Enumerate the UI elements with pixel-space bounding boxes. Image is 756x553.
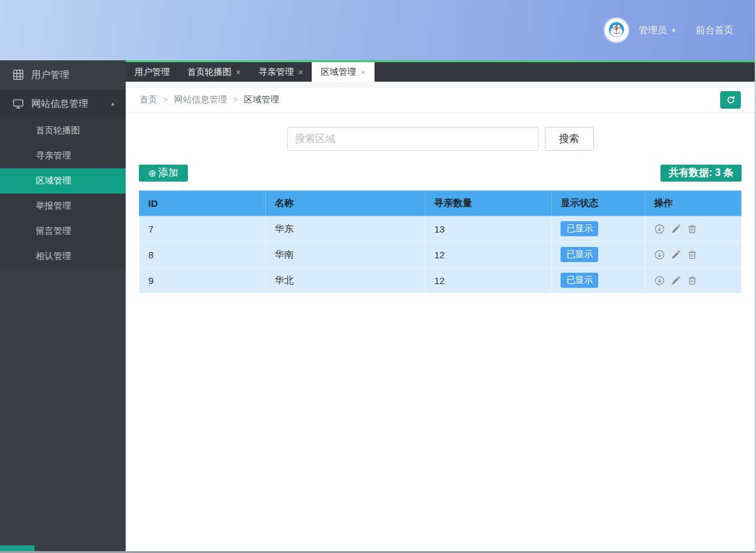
tab-label: 寻亲管理 [258, 67, 293, 78]
row-actions [654, 249, 741, 260]
main-area: 用户管理 首页轮播图 × 寻亲管理 × 区域管理 × 首页 [126, 60, 755, 551]
content-panel: 搜索 ⊕ 添加 共有数据: 3 条 ID [126, 113, 755, 551]
trash-icon[interactable] [687, 224, 698, 234]
cell-name: 华北 [266, 268, 425, 293]
close-icon[interactable]: × [360, 67, 365, 77]
circle-down-icon[interactable] [654, 249, 665, 260]
chevron-down-icon: ▼ [671, 27, 677, 34]
pencil-icon[interactable] [671, 275, 681, 286]
search-row: 搜索 [139, 127, 742, 151]
frontend-home-link[interactable]: 前台首页 [696, 25, 733, 36]
sidebar: 用户管理 网站信息管理 ▲ 首页轮播图 寻亲管理 [0, 60, 126, 551]
admin-dropdown[interactable]: 管理员 ▼ [638, 25, 677, 36]
submenu-label: 相认管理 [36, 251, 71, 262]
sidebar-item-label: 用户管理 [31, 69, 69, 81]
column-header-status: 显示状态 [552, 191, 645, 216]
close-icon[interactable]: × [298, 67, 303, 77]
row-actions [654, 275, 741, 286]
breadcrumb-home[interactable]: 首页 [140, 94, 157, 106]
admin-label: 管理员 [638, 25, 667, 36]
breadcrumb-bar: 首页 > 网站信息管理 > 区域管理 [126, 87, 755, 113]
trash-icon[interactable] [687, 275, 698, 286]
circle-down-icon[interactable] [654, 224, 665, 234]
table-row: 9 华北 12 已显示 [140, 268, 742, 293]
app-root: 管理员 ▼ 前台首页 用户管理 [0, 0, 756, 553]
body-row: 用户管理 网站信息管理 ▲ 首页轮播图 寻亲管理 [0, 60, 755, 551]
breadcrumb-separator: > [233, 96, 238, 104]
close-icon[interactable]: × [236, 67, 241, 77]
tab-label: 首页轮播图 [187, 67, 231, 78]
tab-region-management[interactable]: 区域管理 × [312, 62, 374, 82]
sidebar-submenu: 首页轮播图 寻亲管理 区域管理 举报管理 留言管理 相认管理 [0, 118, 126, 269]
status-badge: 已显示 [561, 247, 598, 262]
breadcrumb-current: 区域管理 [244, 94, 279, 106]
cell-name: 华南 [266, 242, 425, 268]
submenu-label: 区域管理 [36, 175, 71, 187]
pencil-icon[interactable] [671, 224, 681, 234]
monitor-icon [13, 98, 24, 109]
chevron-up-icon: ▲ [110, 101, 116, 107]
cell-id: 9 [140, 268, 266, 293]
doraemon-avatar-icon [607, 21, 626, 40]
cell-id: 8 [140, 242, 266, 268]
table-header-row: ID 名称 寻亲数量 显示状态 操作 [140, 191, 742, 216]
tab-label: 区域管理 [320, 67, 356, 78]
column-header-name: 名称 [266, 191, 425, 216]
tab-home-carousel[interactable]: 首页轮播图 × [178, 62, 249, 82]
sidebar-item-report-management[interactable]: 举报管理 [0, 194, 126, 219]
tab-user-management[interactable]: 用户管理 [126, 62, 178, 82]
grid-icon [13, 69, 24, 80]
column-header-actions: 操作 [645, 191, 741, 216]
add-button-label: 添加 [158, 167, 178, 180]
top-header: 管理员 ▼ 前台首页 [0, 0, 755, 60]
region-table: ID 名称 寻亲数量 显示状态 操作 7 华东 13 [139, 190, 742, 293]
submenu-label: 寻亲管理 [36, 150, 71, 162]
cell-status: 已显示 [552, 242, 645, 268]
search-button[interactable]: 搜索 [545, 127, 594, 151]
total-count-badge: 共有数据: 3 条 [660, 165, 742, 182]
toolbar-row: ⊕ 添加 共有数据: 3 条 [139, 165, 742, 182]
table-row: 7 华东 13 已显示 [140, 216, 742, 242]
breadcrumb: 首页 > 网站信息管理 > 区域管理 [140, 94, 279, 106]
header-right-group: 管理员 ▼ 前台首页 [605, 18, 733, 42]
circle-down-icon[interactable] [654, 275, 665, 286]
tab-seek-management[interactable]: 寻亲管理 × [249, 62, 312, 82]
sidebar-item-site-info-management[interactable]: 网站信息管理 ▲ [0, 89, 126, 118]
plus-circle-icon: ⊕ [148, 168, 156, 178]
row-actions [654, 224, 741, 234]
table-row: 8 华南 12 已显示 [140, 242, 742, 268]
sidebar-item-home-carousel[interactable]: 首页轮播图 [0, 118, 126, 143]
pencil-icon[interactable] [671, 249, 681, 260]
search-input[interactable] [287, 127, 539, 151]
cell-count: 12 [425, 268, 552, 293]
breadcrumb-separator: > [163, 96, 168, 104]
add-button[interactable]: ⊕ 添加 [139, 165, 188, 182]
refresh-button[interactable] [720, 91, 741, 109]
status-badge: 已显示 [561, 221, 598, 236]
sidebar-item-reunion-management[interactable]: 相认管理 [0, 244, 126, 269]
sidebar-item-label: 网站信息管理 [31, 98, 88, 110]
column-header-id: ID [140, 191, 266, 216]
trash-icon[interactable] [687, 249, 698, 260]
cell-actions [645, 268, 741, 293]
cell-count: 12 [425, 242, 552, 268]
tab-label: 用户管理 [134, 67, 170, 78]
avatar[interactable] [605, 18, 628, 42]
cell-actions [645, 216, 741, 242]
cell-count: 13 [425, 216, 552, 242]
cell-actions [645, 242, 741, 268]
column-header-count: 寻亲数量 [425, 191, 552, 216]
breadcrumb-site-info[interactable]: 网站信息管理 [174, 94, 227, 106]
status-badge: 已显示 [561, 273, 598, 288]
cell-id: 7 [140, 216, 266, 242]
tab-bar: 用户管理 首页轮播图 × 寻亲管理 × 区域管理 × [126, 60, 755, 82]
sidebar-item-seek-management[interactable]: 寻亲管理 [0, 143, 126, 168]
cell-status: 已显示 [552, 268, 645, 293]
sidebar-item-region-management[interactable]: 区域管理 [0, 168, 126, 194]
sidebar-item-user-management[interactable]: 用户管理 [0, 60, 126, 89]
sidebar-item-message-management[interactable]: 留言管理 [0, 219, 126, 244]
sidebar-scrollbar[interactable] [0, 545, 35, 551]
submenu-label: 举报管理 [36, 200, 71, 212]
cell-name: 华东 [266, 216, 425, 242]
submenu-label: 首页轮播图 [36, 125, 80, 136]
